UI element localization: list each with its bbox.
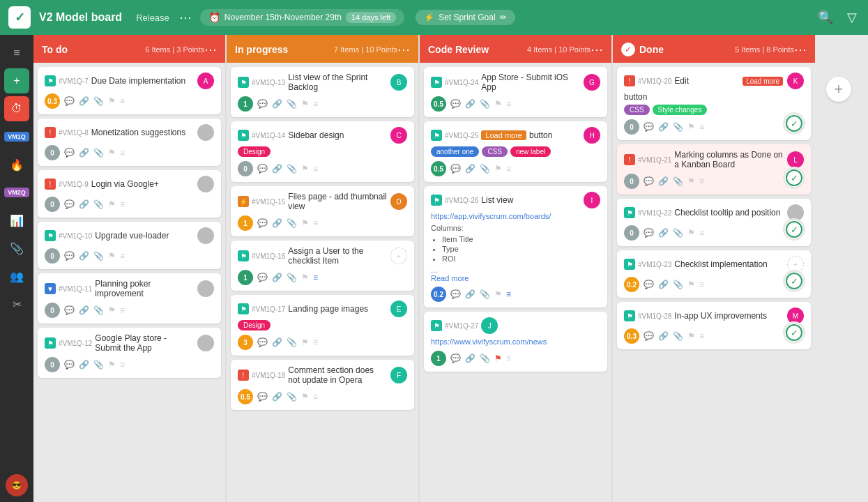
comment-icon[interactable]: 💬 <box>644 331 654 341</box>
attach-icon[interactable]: 📎 <box>93 305 104 315</box>
flag-icon[interactable]: ⚑ <box>687 122 695 132</box>
attach-icon[interactable]: 📎 <box>287 99 297 109</box>
comment-icon[interactable]: 💬 <box>450 164 461 174</box>
list-icon[interactable]: ≡ <box>699 331 704 341</box>
comment-icon[interactable]: 💬 <box>644 176 654 186</box>
flag-icon[interactable]: ⚑ <box>108 148 116 158</box>
sidebar-item-chart[interactable]: 📊 <box>4 208 29 233</box>
attach-icon[interactable]: 📎 <box>673 280 683 289</box>
link-icon[interactable]: 🔗 <box>79 360 89 370</box>
list-icon[interactable]: ≡ <box>699 176 704 186</box>
list-icon[interactable]: ≡ <box>313 218 318 228</box>
search-icon[interactable]: 🔍 <box>815 7 836 28</box>
sidebar-item-add[interactable]: + <box>4 68 29 93</box>
flag-icon[interactable]: ⚑ <box>494 353 502 363</box>
read-more-link[interactable]: Read more <box>431 274 469 282</box>
flag-icon[interactable]: ⚑ <box>301 164 309 174</box>
attach-icon[interactable]: 📎 <box>673 228 683 238</box>
list-icon[interactable]: ≡ <box>313 99 318 109</box>
link-icon[interactable]: 🔗 <box>272 273 282 282</box>
link-icon[interactable]: 🔗 <box>79 199 89 209</box>
flag-icon[interactable]: ⚑ <box>108 96 116 106</box>
flag-icon[interactable]: ⚑ <box>301 337 309 347</box>
list-icon[interactable]: ≡ <box>699 122 704 132</box>
col-menu-done[interactable]: ⋯ <box>794 42 807 57</box>
sidebar-item-vm1q[interactable]: VM1Q <box>4 124 29 149</box>
comment-icon[interactable]: 💬 <box>257 218 268 228</box>
comment-icon[interactable]: 💬 <box>450 353 461 363</box>
list-icon[interactable]: ≡ <box>506 99 511 109</box>
attach-icon[interactable]: 📎 <box>287 273 297 282</box>
nav-more-button[interactable]: ⋯ <box>179 10 192 25</box>
comment-icon[interactable]: 💬 <box>64 360 75 370</box>
list-icon[interactable]: ≡ <box>120 305 125 315</box>
comment-icon[interactable]: 💬 <box>64 251 75 261</box>
comment-icon[interactable]: 💬 <box>450 289 461 299</box>
list-icon[interactable]: ≡ <box>120 360 125 370</box>
list-icon[interactable]: ≡ <box>313 164 318 174</box>
flag-icon[interactable]: ⚑ <box>687 280 695 289</box>
attach-icon[interactable]: 📎 <box>287 392 297 402</box>
flag-icon[interactable]: ⚑ <box>108 199 116 209</box>
link-icon[interactable]: 🔗 <box>658 122 669 132</box>
sidebar-item-tools[interactable]: ✂ <box>4 291 29 317</box>
list-icon[interactable]: ≡ <box>120 199 125 209</box>
flag-icon[interactable]: ⚑ <box>687 176 695 186</box>
comment-icon[interactable]: 💬 <box>257 164 268 174</box>
card-link-news[interactable]: https://www.vivifyscrum.com/news <box>431 337 547 346</box>
link-icon[interactable]: 🔗 <box>79 148 89 158</box>
link-icon[interactable]: 🔗 <box>272 218 282 228</box>
list-icon[interactable]: ≡ <box>313 337 318 347</box>
sprint-goal-button[interactable]: ⚡ Set Sprint Goal ✏ <box>416 10 515 25</box>
sidebar-item-layers[interactable]: ≡ <box>4 40 29 66</box>
link-icon[interactable]: 🔗 <box>465 99 475 109</box>
list-icon[interactable]: ≡ <box>313 392 318 402</box>
flag-icon[interactable]: ⚑ <box>301 99 309 109</box>
attach-icon[interactable]: 📎 <box>287 337 297 347</box>
comment-icon[interactable]: 💬 <box>644 280 654 289</box>
comment-icon[interactable]: 💬 <box>257 99 268 109</box>
link-icon[interactable]: 🔗 <box>658 176 669 186</box>
comment-icon[interactable]: 💬 <box>257 273 268 282</box>
link-icon[interactable]: 🔗 <box>465 164 475 174</box>
add-column-button[interactable]: + <box>826 77 851 102</box>
comment-icon[interactable]: 💬 <box>64 96 75 106</box>
link-icon[interactable]: 🔗 <box>79 305 89 315</box>
flag-icon[interactable]: ⚑ <box>687 228 695 238</box>
flag-icon[interactable]: ⚑ <box>687 331 695 341</box>
sidebar-item-attach[interactable]: 📎 <box>4 236 29 261</box>
list-icon[interactable]: ≡ <box>120 251 125 261</box>
link-icon[interactable]: 🔗 <box>465 289 475 299</box>
comment-icon[interactable]: 💬 <box>257 392 268 402</box>
flag-icon[interactable]: ⚑ <box>494 164 502 174</box>
link-icon[interactable]: 🔗 <box>272 337 282 347</box>
list-icon[interactable]: ≡ <box>313 273 318 282</box>
filter-icon[interactable]: ▽ <box>844 7 860 28</box>
flag-icon[interactable]: ⚑ <box>494 99 502 109</box>
flag-icon[interactable]: ⚑ <box>494 289 502 299</box>
link-icon[interactable]: 🔗 <box>658 280 669 289</box>
attach-icon[interactable]: 📎 <box>673 331 683 341</box>
flag-icon[interactable]: ⚑ <box>108 251 116 261</box>
link-icon[interactable]: 🔗 <box>658 331 669 341</box>
sidebar-item-timer[interactable]: ⏱ <box>4 96 29 121</box>
list-icon[interactable]: ≡ <box>506 289 511 299</box>
list-icon[interactable]: ≡ <box>699 228 704 238</box>
attach-icon[interactable]: 📎 <box>287 164 297 174</box>
attach-icon[interactable]: 📎 <box>93 251 104 261</box>
attach-icon[interactable]: 📎 <box>480 164 490 174</box>
attach-icon[interactable]: 📎 <box>673 122 683 132</box>
attach-icon[interactable]: 📎 <box>93 96 104 106</box>
attach-icon[interactable]: 📎 <box>93 148 104 158</box>
attach-icon[interactable]: 📎 <box>287 218 297 228</box>
sidebar-item-users[interactable]: 👥 <box>4 264 29 289</box>
col-menu-codereview[interactable]: ⋯ <box>591 42 603 57</box>
sidebar-item-vm2q[interactable]: VM2Q <box>4 180 29 205</box>
flag-icon[interactable]: ⚑ <box>301 273 309 282</box>
comment-icon[interactable]: 💬 <box>64 148 75 158</box>
comment-icon[interactable]: 💬 <box>64 305 75 315</box>
attach-icon[interactable]: 📎 <box>673 176 683 186</box>
list-icon[interactable]: ≡ <box>506 353 511 363</box>
sidebar-item-fire[interactable]: 🔥 <box>4 152 29 177</box>
col-menu-todo[interactable]: ⋯ <box>204 42 217 57</box>
